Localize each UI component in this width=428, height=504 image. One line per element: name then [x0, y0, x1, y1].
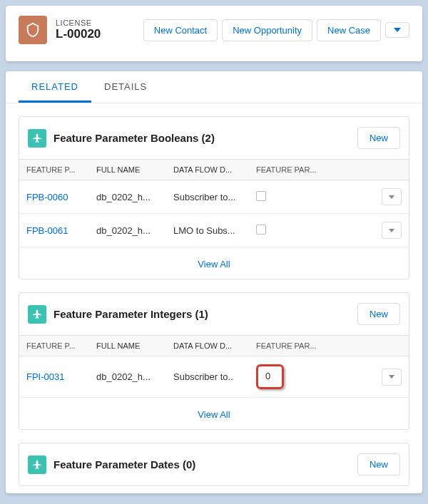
row-action-button[interactable]	[382, 369, 402, 386]
view-all-link[interactable]: View All	[198, 409, 230, 420]
section-title: Feature Parameter Integers (1)	[54, 308, 350, 320]
integer-value-highlighted: 0	[256, 364, 284, 389]
new-case-button[interactable]: New Case	[317, 19, 381, 41]
checkbox[interactable]	[256, 191, 266, 201]
record-link[interactable]: FPB-0061	[26, 225, 68, 236]
record-link[interactable]: FPI-0031	[26, 371, 64, 382]
tabs: RELATED DETAILS	[6, 71, 422, 103]
new-opportunity-button[interactable]: New Opportunity	[222, 19, 312, 41]
chevron-down-icon	[394, 28, 401, 32]
cell-data-flow: Subscriber to...	[173, 192, 250, 202]
tab-details[interactable]: DETAILS	[91, 71, 160, 103]
plane-icon	[28, 129, 46, 148]
checkbox[interactable]	[256, 225, 266, 235]
table-row: FPB-0061 db_0202_h... LMO to Subs...	[19, 214, 409, 247]
license-icon	[19, 16, 47, 44]
feature-parameter-dates-section: Feature Parameter Dates (0) New	[19, 443, 409, 486]
plane-icon	[28, 456, 46, 474]
section-title: Feature Parameter Dates (0)	[54, 458, 350, 470]
table-header: FEATURE P... FULL NAME DATA FLOW D... FE…	[19, 159, 409, 180]
row-action-button[interactable]	[382, 222, 402, 239]
new-contact-button[interactable]: New Contact	[143, 19, 218, 41]
chevron-down-icon	[389, 195, 394, 199]
table-row: FPI-0031 db_0202_h... Subscriber to.. 0	[19, 356, 409, 398]
row-action-button[interactable]	[382, 188, 402, 205]
cell-full-name: db_0202_h...	[96, 192, 168, 202]
cell-data-flow: Subscriber to..	[173, 371, 250, 382]
plane-icon	[28, 305, 46, 324]
col-full-name: FULL NAME	[96, 341, 168, 350]
col-data-flow: DATA FLOW D...	[173, 341, 250, 350]
section-title: Feature Parameter Booleans (2)	[54, 132, 350, 144]
cell-full-name: db_0202_h...	[96, 225, 168, 236]
new-integer-button[interactable]: New	[357, 303, 400, 325]
feature-parameter-integers-section: Feature Parameter Integers (1) New FEATU…	[19, 292, 409, 430]
col-feature-par: FEATURE PAR...	[256, 341, 322, 350]
related-list-card: RELATED DETAILS Feature Parameter Boolea…	[6, 71, 422, 493]
col-feature-p: FEATURE P...	[26, 341, 91, 350]
chevron-down-icon	[389, 375, 394, 379]
new-boolean-button[interactable]: New	[357, 127, 400, 149]
cell-full-name: db_0202_h...	[96, 371, 168, 382]
new-date-button[interactable]: New	[357, 453, 400, 475]
col-feature-p: FEATURE P...	[26, 165, 91, 174]
col-data-flow: DATA FLOW D...	[173, 165, 250, 174]
chevron-down-icon	[389, 229, 394, 232]
table-header: FEATURE P... FULL NAME DATA FLOW D... FE…	[19, 335, 409, 356]
record-link[interactable]: FPB-0060	[26, 192, 68, 202]
object-label: LICENSE	[56, 19, 101, 27]
col-feature-par: FEATURE PAR...	[256, 165, 322, 174]
feature-parameter-booleans-section: Feature Parameter Booleans (2) New FEATU…	[19, 116, 409, 279]
col-full-name: FULL NAME	[96, 165, 168, 174]
table-row: FPB-0060 db_0202_h... Subscriber to...	[19, 180, 409, 214]
record-name: L-00020	[56, 27, 101, 41]
record-header: LICENSE L-00020 New Contact New Opportun…	[6, 6, 422, 61]
view-all-link[interactable]: View All	[198, 259, 230, 269]
tab-related[interactable]: RELATED	[19, 71, 91, 103]
more-actions-button[interactable]	[385, 22, 409, 38]
cell-data-flow: LMO to Subs...	[173, 225, 250, 236]
